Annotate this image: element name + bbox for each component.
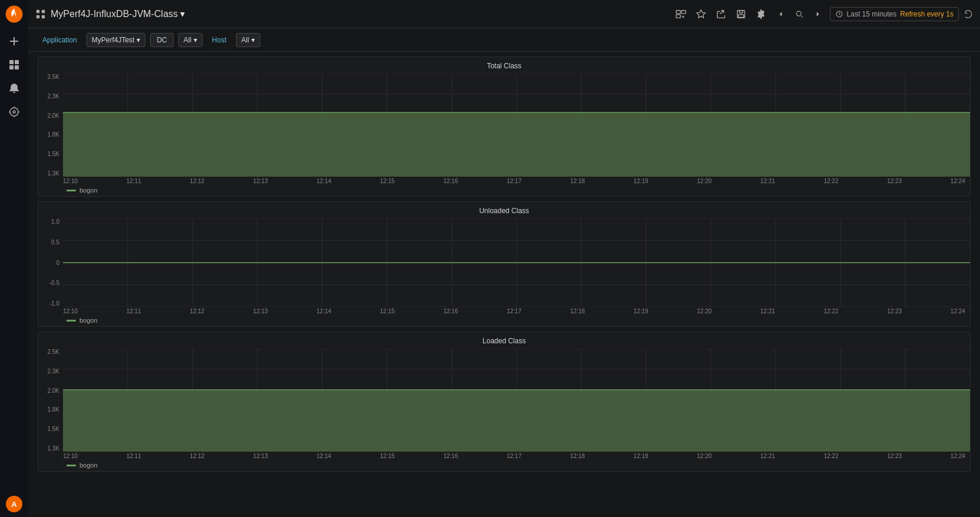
svg-rect-8 — [42, 15, 45, 18]
time-range-text: Last 15 minutes — [847, 10, 897, 18]
host-dropdown-chevron: ▾ — [251, 36, 255, 44]
unloaded-class-title: Unloaded Class — [38, 207, 970, 215]
total-class-panel: Total Class 1.3K 1.5K 1.8K 2.0K 2.3K 2.5… — [38, 57, 971, 197]
svg-rect-14 — [738, 14, 743, 17]
total-class-chart — [63, 74, 970, 177]
total-class-legend: bogon — [38, 184, 970, 194]
app-dropdown-chevron: ▾ — [137, 36, 140, 44]
sidebar-logo[interactable] — [5, 5, 24, 24]
loaded-class-chart — [63, 349, 970, 452]
svg-rect-11 — [676, 14, 680, 17]
loaded-class-y-axis: 1.3K 1.5K 1.8K 2.0K 2.3K 2.5K — [38, 349, 63, 452]
dc-button[interactable]: DC — [150, 33, 173, 47]
sidebar: A — [0, 0, 28, 517]
legend-bogon-label: bogon — [79, 187, 98, 194]
unloaded-class-panel: Unloaded Class -1.0 -0.5 0 0.5 1.0 — [38, 201, 971, 327]
host-dropdown[interactable]: All ▾ — [236, 33, 260, 47]
unloaded-class-y-axis: -1.0 -0.5 0 0.5 1.0 — [38, 218, 63, 307]
svg-rect-5 — [36, 9, 39, 12]
save-button[interactable] — [733, 6, 749, 22]
grid-icon[interactable] — [35, 9, 46, 19]
svg-rect-6 — [42, 9, 45, 12]
application-label: Application — [38, 34, 82, 47]
application-dropdown[interactable]: MyPerf4JTest ▾ — [87, 33, 146, 47]
sidebar-item-alerts[interactable] — [4, 78, 25, 99]
total-class-title: Total Class — [38, 62, 970, 70]
total-class-x-axis: 12:10 12:11 12:12 12:13 12:14 12:15 12:1… — [63, 177, 965, 184]
unloaded-class-legend: bogon — [38, 314, 970, 324]
legend-bogon-label: bogon — [79, 462, 98, 469]
svg-rect-9 — [676, 10, 680, 13]
unloaded-class-x-axis: 12:10 12:11 12:12 12:13 12:14 12:15 12:1… — [63, 307, 965, 314]
svg-rect-2 — [15, 60, 19, 64]
loaded-class-x-axis: 12:10 12:11 12:12 12:13 12:14 12:15 12:1… — [63, 452, 965, 459]
dashboard-title[interactable]: MyPerf4J-InfluxDB-JVM-Class ▾ — [51, 8, 185, 19]
svg-rect-3 — [9, 65, 14, 69]
zoom-button[interactable] — [792, 7, 806, 21]
topbar-actions: Last 15 minutes Refresh every 1s — [673, 6, 973, 22]
main-content: MyPerf4J-InfluxDB-JVM-Class ▾ — [28, 0, 980, 517]
sidebar-item-add[interactable] — [4, 31, 25, 52]
host-label: Host — [207, 34, 231, 47]
legend-line-icon — [67, 465, 76, 466]
svg-rect-13 — [739, 10, 742, 13]
total-class-y-axis: 1.3K 1.5K 1.8K 2.0K 2.3K 2.5K — [38, 74, 63, 177]
charts-area: Total Class 1.3K 1.5K 1.8K 2.0K 2.3K 2.5… — [28, 52, 980, 517]
time-range-picker[interactable]: Last 15 minutes Refresh every 1s — [830, 7, 959, 21]
dropdown-chevron: ▾ — [180, 8, 185, 19]
svg-rect-1 — [9, 60, 14, 64]
star-button[interactable] — [693, 6, 709, 22]
loaded-class-legend: bogon — [38, 459, 970, 469]
svg-point-0 — [6, 6, 23, 23]
loaded-class-panel: Loaded Class 1.3K 1.5K 1.8K 2.0K 2.3K 2.… — [38, 332, 971, 472]
filterbar: Application MyPerf4JTest ▾ DC All ▾ Host… — [28, 28, 980, 52]
svg-rect-4 — [15, 65, 19, 69]
settings-button[interactable] — [753, 6, 769, 22]
dc-dropdown[interactable]: All ▾ — [178, 33, 202, 47]
unloaded-class-chart — [63, 218, 970, 307]
next-button[interactable] — [811, 7, 825, 21]
svg-marker-76 — [63, 390, 970, 452]
svg-point-15 — [796, 11, 801, 16]
sidebar-item-dashboards[interactable] — [4, 54, 25, 75]
legend-line-icon — [67, 320, 76, 322]
share-button[interactable] — [713, 6, 729, 22]
sidebar-avatar[interactable]: A — [6, 496, 22, 512]
refresh-label: Refresh every 1s — [900, 10, 954, 18]
loaded-class-title: Loaded Class — [38, 337, 970, 345]
topbar: MyPerf4J-InfluxDB-JVM-Class ▾ — [28, 0, 980, 28]
prev-button[interactable] — [773, 7, 788, 21]
dc-dropdown-chevron: ▾ — [194, 36, 197, 44]
refresh-button[interactable] — [964, 9, 973, 19]
dashboard-title-text: MyPerf4J-InfluxDB-JVM-Class — [51, 9, 178, 19]
svg-rect-10 — [681, 10, 685, 13]
svg-rect-7 — [36, 15, 39, 18]
sidebar-item-configuration[interactable] — [4, 101, 25, 122]
add-panel-button[interactable] — [673, 6, 689, 22]
legend-bogon-label: bogon — [79, 317, 98, 324]
svg-marker-36 — [63, 112, 970, 177]
legend-line-icon — [67, 190, 76, 191]
